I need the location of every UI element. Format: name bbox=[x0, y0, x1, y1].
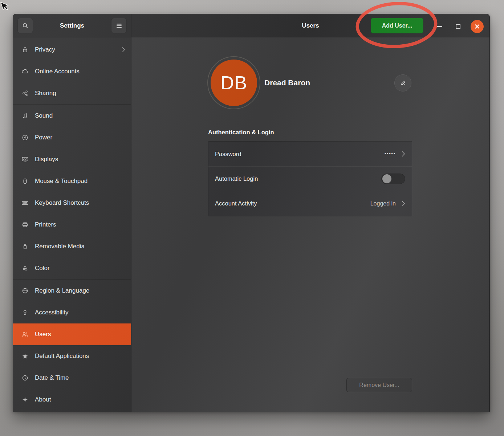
sidebar-item-label: Date & Time bbox=[35, 374, 125, 382]
password-value: ••••• bbox=[385, 151, 396, 156]
remove-user-button[interactable]: Remove User... bbox=[346, 378, 412, 392]
sidebar-item-removable-media[interactable]: Removable Media bbox=[13, 236, 131, 257]
account-activity-value: Logged in bbox=[370, 200, 396, 207]
sidebar-item-label: Keyboard Shortcuts bbox=[35, 199, 125, 207]
sidebar-item-privacy[interactable]: Privacy bbox=[13, 39, 131, 61]
search-icon bbox=[22, 22, 29, 29]
close-icon bbox=[474, 23, 480, 30]
desktop-background: Settings Users Add User... bbox=[0, 0, 504, 436]
sidebar-item-keyboard-shortcuts[interactable]: Keyboard Shortcuts bbox=[13, 192, 131, 214]
mouse-cursor-icon bbox=[0, 1, 10, 13]
lock-icon bbox=[21, 46, 29, 54]
sidebar-header: Settings bbox=[13, 14, 131, 37]
avatar[interactable]: DB bbox=[211, 60, 257, 106]
pencil-icon bbox=[399, 80, 407, 87]
password-label: Password bbox=[215, 151, 385, 158]
accessibility-icon bbox=[21, 309, 29, 317]
sidebar-item-label: Users bbox=[35, 331, 125, 338]
printer-icon bbox=[21, 221, 29, 229]
sidebar-item-sound[interactable]: Sound bbox=[13, 105, 131, 127]
settings-title: Settings bbox=[60, 22, 84, 29]
account-activity-row[interactable]: Account Activity Logged in bbox=[208, 191, 412, 216]
minimize-button[interactable] bbox=[437, 26, 442, 27]
sidebar-item-about[interactable]: About bbox=[13, 389, 131, 411]
chevron-right-icon bbox=[402, 151, 405, 157]
sidebar-item-label: Default Applications bbox=[35, 353, 125, 360]
music-note-icon bbox=[21, 112, 29, 120]
chevron-right-icon bbox=[402, 200, 405, 207]
sidebar-item-label: Accessibility bbox=[35, 309, 125, 316]
sidebar-item-label: Sharing bbox=[35, 90, 125, 97]
sidebar-item-printers[interactable]: Printers bbox=[13, 214, 131, 236]
user-full-name: Dread Baron bbox=[264, 78, 310, 87]
titlebar: Settings Users Add User... bbox=[13, 14, 489, 37]
sidebar-item-label: Color bbox=[35, 265, 125, 272]
keyboard-icon bbox=[21, 199, 29, 207]
display-icon bbox=[21, 155, 29, 163]
section-title: Authentication & Login bbox=[208, 129, 274, 136]
star-icon bbox=[21, 352, 29, 360]
sidebar-item-date-time[interactable]: Date & Time bbox=[13, 367, 131, 389]
password-row[interactable]: Password ••••• bbox=[208, 142, 412, 166]
sidebar-item-accessibility[interactable]: Accessibility bbox=[13, 302, 131, 323]
sidebar-item-label: Privacy bbox=[35, 46, 116, 53]
window-controls bbox=[428, 14, 489, 37]
sidebar: Privacy Online Accounts Sharing bbox=[13, 37, 131, 412]
add-user-button[interactable]: Add User... bbox=[371, 18, 423, 33]
sidebar-item-sharing[interactable]: Sharing bbox=[13, 82, 131, 104]
sidebar-item-label: Region & Language bbox=[35, 287, 125, 294]
automatic-login-toggle[interactable] bbox=[381, 174, 405, 184]
page-title: Users bbox=[302, 22, 319, 29]
globe-icon bbox=[21, 287, 29, 295]
sidebar-item-online-accounts[interactable]: Online Accounts bbox=[13, 61, 131, 82]
sidebar-item-color[interactable]: Color bbox=[13, 257, 131, 279]
sidebar-item-label: Online Accounts bbox=[35, 68, 125, 75]
automatic-login-row: Automatic Login bbox=[208, 166, 412, 191]
settings-window: Settings Users Add User... bbox=[13, 14, 490, 412]
menu-button[interactable] bbox=[111, 18, 127, 33]
color-circles-icon bbox=[21, 264, 29, 272]
automatic-login-label: Automatic Login bbox=[215, 175, 381, 182]
sidebar-item-users[interactable]: Users bbox=[13, 323, 131, 345]
rename-user-button[interactable] bbox=[394, 74, 411, 91]
close-button[interactable] bbox=[471, 20, 484, 33]
sidebar-item-label: Displays bbox=[35, 156, 125, 163]
users-panel: DB Dread Baron Authentication & Login Pa… bbox=[131, 37, 489, 412]
sidebar-item-power[interactable]: Power bbox=[13, 127, 131, 148]
sidebar-item-label: About bbox=[35, 396, 125, 403]
main-header: Users Add User... bbox=[131, 14, 489, 37]
usb-drive-icon bbox=[21, 243, 29, 250]
clock-icon bbox=[21, 374, 29, 382]
sidebar-item-displays[interactable]: Displays bbox=[13, 148, 131, 170]
sidebar-item-label: Power bbox=[35, 134, 125, 141]
avatar-ring: DB bbox=[207, 56, 260, 109]
sidebar-item-label: Mouse & Touchpad bbox=[35, 178, 125, 185]
sidebar-item-label: Removable Media bbox=[35, 243, 125, 250]
toggle-knob bbox=[382, 174, 391, 183]
search-button[interactable] bbox=[17, 18, 33, 33]
window-body: Privacy Online Accounts Sharing bbox=[13, 37, 489, 412]
sidebar-item-default-applications[interactable]: Default Applications bbox=[13, 345, 131, 367]
sparkle-icon bbox=[21, 396, 29, 404]
maximize-button[interactable] bbox=[456, 24, 460, 29]
sidebar-item-label: Printers bbox=[35, 221, 125, 228]
cloud-icon bbox=[21, 68, 29, 76]
sidebar-item-mouse-touchpad[interactable]: Mouse & Touchpad bbox=[13, 170, 131, 192]
sidebar-item-region-language[interactable]: Region & Language bbox=[13, 280, 131, 302]
authentication-list: Password ••••• Automatic Login Account A… bbox=[208, 141, 412, 216]
account-activity-label: Account Activity bbox=[215, 200, 370, 207]
power-icon bbox=[21, 134, 29, 142]
mouse-icon bbox=[21, 177, 29, 185]
share-icon bbox=[21, 89, 29, 97]
hamburger-menu-icon bbox=[116, 23, 122, 29]
sidebar-item-label: Sound bbox=[35, 112, 125, 119]
users-icon bbox=[21, 330, 29, 338]
chevron-right-icon bbox=[122, 47, 125, 53]
